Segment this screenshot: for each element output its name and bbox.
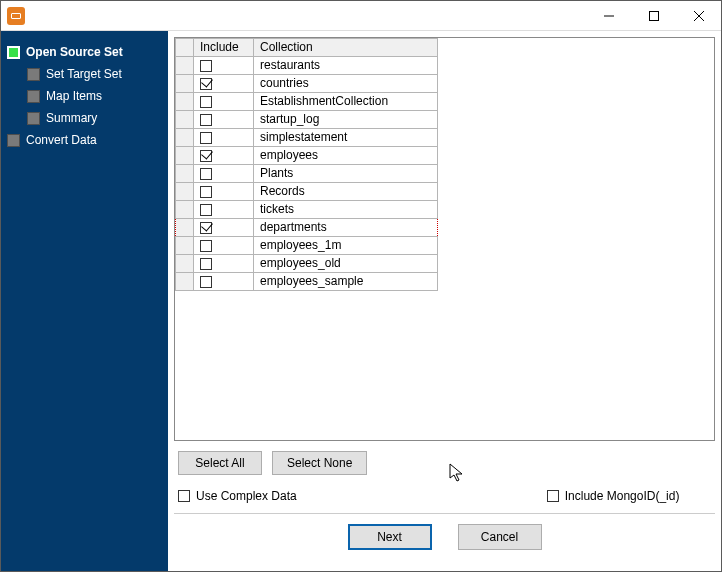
close-button[interactable] (676, 1, 721, 30)
table-row[interactable]: employees_sample (176, 273, 438, 291)
collection-name-cell[interactable]: employees_1m (254, 237, 438, 255)
row-header[interactable] (176, 75, 194, 93)
table-row[interactable]: departments (176, 219, 438, 237)
row-header[interactable] (176, 147, 194, 165)
checkbox-icon (200, 258, 212, 270)
include-cell[interactable] (194, 93, 254, 111)
include-cell[interactable] (194, 219, 254, 237)
row-header[interactable] (176, 93, 194, 111)
checkbox-icon (200, 78, 212, 90)
table-row[interactable]: employees_old (176, 255, 438, 273)
checkbox-icon (200, 168, 212, 180)
table-row[interactable]: employees_1m (176, 237, 438, 255)
checkbox-icon (200, 114, 212, 126)
collection-name-cell[interactable]: simplestatement (254, 129, 438, 147)
collection-name-cell[interactable]: startup_log (254, 111, 438, 129)
table-row[interactable]: tickets (176, 201, 438, 219)
checkbox-icon (200, 150, 212, 162)
collection-name-cell[interactable]: countries (254, 75, 438, 93)
collection-table-container[interactable]: Include Collection restaurantscountriesE… (174, 37, 715, 441)
include-cell[interactable] (194, 111, 254, 129)
step-convert-data[interactable]: Convert Data (7, 129, 162, 151)
step-set-target-set[interactable]: Set Target Set (7, 63, 162, 85)
checkbox-icon (200, 132, 212, 144)
include-cell[interactable] (194, 75, 254, 93)
separator (174, 513, 715, 514)
collection-table: Include Collection restaurantscountriesE… (175, 38, 438, 291)
step-indicator-icon (27, 90, 40, 103)
step-indicator-icon (7, 134, 20, 147)
checkbox-icon (200, 240, 212, 252)
maximize-button[interactable] (631, 1, 676, 30)
include-cell[interactable] (194, 129, 254, 147)
include-cell[interactable] (194, 255, 254, 273)
close-icon (694, 11, 704, 21)
collection-name-cell[interactable]: departments (254, 219, 438, 237)
table-row[interactable]: restaurants (176, 57, 438, 75)
checkbox-icon (200, 204, 212, 216)
column-header-collection[interactable]: Collection (254, 39, 438, 57)
step-indicator-icon (27, 112, 40, 125)
include-cell[interactable] (194, 147, 254, 165)
next-button[interactable]: Next (348, 524, 432, 550)
cancel-button[interactable]: Cancel (458, 524, 542, 550)
include-cell[interactable] (194, 183, 254, 201)
row-header[interactable] (176, 129, 194, 147)
collection-name-cell[interactable]: tickets (254, 201, 438, 219)
table-row[interactable]: countries (176, 75, 438, 93)
step-label: Convert Data (26, 133, 97, 147)
row-header[interactable] (176, 111, 194, 129)
step-label: Set Target Set (46, 67, 122, 81)
wizard-sidebar: Open Source Set Set Target Set Map Items… (1, 31, 168, 571)
checkbox-icon (200, 222, 212, 234)
table-corner[interactable] (176, 39, 194, 57)
table-row[interactable]: employees (176, 147, 438, 165)
row-header[interactable] (176, 183, 194, 201)
include-cell[interactable] (194, 165, 254, 183)
row-header[interactable] (176, 57, 194, 75)
collection-name-cell[interactable]: employees (254, 147, 438, 165)
collection-name-cell[interactable]: Records (254, 183, 438, 201)
table-row[interactable]: Plants (176, 165, 438, 183)
collection-name-cell[interactable]: Plants (254, 165, 438, 183)
collection-name-cell[interactable]: restaurants (254, 57, 438, 75)
include-mongoid-checkbox[interactable]: Include MongoID(_id) (547, 489, 680, 503)
row-header[interactable] (176, 165, 194, 183)
row-header[interactable] (176, 237, 194, 255)
checkbox-icon (200, 60, 212, 72)
collection-name-cell[interactable]: EstablishmentCollection (254, 93, 438, 111)
select-all-button[interactable]: Select All (178, 451, 262, 475)
minimize-button[interactable] (586, 1, 631, 30)
use-complex-data-checkbox[interactable]: Use Complex Data (178, 489, 297, 503)
row-header[interactable] (176, 255, 194, 273)
checkbox-icon (178, 490, 190, 502)
include-cell[interactable] (194, 57, 254, 75)
step-map-items[interactable]: Map Items (7, 85, 162, 107)
step-summary[interactable]: Summary (7, 107, 162, 129)
step-label: Open Source Set (26, 45, 123, 59)
select-none-button[interactable]: Select None (272, 451, 367, 475)
column-header-include[interactable]: Include (194, 39, 254, 57)
checkbox-icon (200, 276, 212, 288)
row-header[interactable] (176, 201, 194, 219)
table-row[interactable]: EstablishmentCollection (176, 93, 438, 111)
table-row[interactable]: simplestatement (176, 129, 438, 147)
checkbox-icon (547, 490, 559, 502)
step-open-source-set[interactable]: Open Source Set (7, 41, 162, 63)
svg-rect-1 (649, 11, 658, 20)
include-cell[interactable] (194, 201, 254, 219)
collection-name-cell[interactable]: employees_old (254, 255, 438, 273)
row-header[interactable] (176, 219, 194, 237)
collection-name-cell[interactable]: employees_sample (254, 273, 438, 291)
row-header[interactable] (176, 273, 194, 291)
window-controls (586, 1, 721, 30)
maximize-icon (649, 11, 659, 21)
include-cell[interactable] (194, 237, 254, 255)
include-cell[interactable] (194, 273, 254, 291)
table-row[interactable]: Records (176, 183, 438, 201)
step-indicator-icon (7, 46, 20, 59)
checkbox-icon (200, 186, 212, 198)
checkbox-icon (200, 96, 212, 108)
table-row[interactable]: startup_log (176, 111, 438, 129)
checkbox-label: Use Complex Data (196, 489, 297, 503)
